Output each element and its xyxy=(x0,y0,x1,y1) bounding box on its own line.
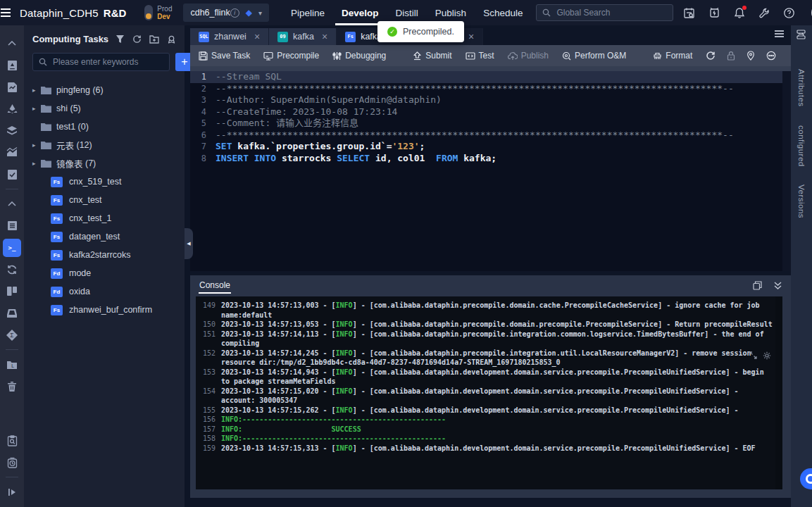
task-file-row[interactable]: Fd oxida xyxy=(32,282,176,301)
task-type-badge: Fs xyxy=(51,213,63,224)
locate-pin-icon[interactable] xyxy=(167,35,176,44)
env-toggle[interactable]: Prod Dev xyxy=(144,5,172,20)
precompile-label: Precompile xyxy=(277,51,319,61)
task-file-row[interactable]: Fs cnx_test_1 xyxy=(32,209,176,227)
global-search[interactable] xyxy=(536,4,673,21)
task-file-row[interactable]: Fs kafka2starrcoks xyxy=(32,246,176,264)
log-line-number: 153 xyxy=(203,368,221,387)
app-title: Dataphin_CDH5 xyxy=(20,7,99,19)
more-options-icon[interactable] xyxy=(766,51,776,61)
right-panel-tab[interactable]: Versions xyxy=(797,184,806,218)
rail-collapse-up2-icon[interactable] xyxy=(0,193,24,215)
location-pin-icon[interactable] xyxy=(747,51,755,61)
task-gear-icon[interactable] xyxy=(708,7,720,19)
precompile-button[interactable]: Precompile xyxy=(263,51,319,61)
console-scrollbar[interactable] xyxy=(775,296,782,489)
right-panel-tab[interactable]: Attributes xyxy=(797,69,806,107)
hamburger-menu-icon[interactable] xyxy=(0,8,11,18)
rail-doc-list-icon[interactable] xyxy=(0,215,24,237)
folder-count: (7) xyxy=(85,158,96,168)
info-icon[interactable]: i xyxy=(230,8,239,18)
new-folder-icon[interactable] xyxy=(149,35,159,44)
test-button[interactable]: Test xyxy=(466,51,494,61)
rail-sigma-icon[interactable]: Σ xyxy=(0,324,24,346)
filter-icon[interactable] xyxy=(115,35,125,44)
line-number: 1 xyxy=(190,71,216,83)
rail-doc-person-icon[interactable] xyxy=(0,54,24,76)
rail-doc-chart-icon[interactable] xyxy=(0,76,24,98)
rail-expand-panel-icon[interactable] xyxy=(0,481,24,503)
close-icon[interactable]: × xyxy=(254,31,260,42)
rail-basket-icon[interactable] xyxy=(0,302,24,324)
notifications-bell-icon[interactable] xyxy=(734,7,745,19)
tools-wrench-icon[interactable] xyxy=(758,7,770,18)
expand-arrow-icon[interactable]: ▸ xyxy=(32,87,41,94)
schedule-list-icon[interactable] xyxy=(683,7,695,19)
nav-item[interactable]: Pipeline xyxy=(289,0,327,25)
tree-folder-row[interactable]: ▸ test1 (0) xyxy=(32,118,176,136)
collapse-console-icon[interactable] xyxy=(773,281,782,290)
tree-folder-row[interactable]: ▸ shi (5) xyxy=(32,99,176,118)
chevron-down-icon[interactable]: ▾ xyxy=(258,9,262,17)
task-file-row[interactable]: Fd mode xyxy=(32,264,176,282)
task-file-row[interactable]: Fs cnx_519_test xyxy=(32,173,176,191)
task-file-row[interactable]: Fs cnx_test xyxy=(32,191,176,209)
rail-pyramid-icon[interactable] xyxy=(0,98,24,120)
perform-om-button[interactable]: Perform O&M xyxy=(562,51,626,61)
format-button[interactable]: Format xyxy=(653,51,692,61)
rail-doc-check-icon[interactable] xyxy=(0,163,24,185)
tree-folder-row[interactable]: ▸ 镜像表 (7) xyxy=(32,154,176,173)
rail-kanban-icon[interactable] xyxy=(0,280,24,302)
sql-code-editor[interactable]: 1 --Stream SQL 2 --*********************… xyxy=(190,66,791,271)
lock-icon[interactable] xyxy=(727,51,735,61)
tab-zhanwei[interactable]: SQL zhanwei × xyxy=(190,28,269,45)
keyword-search-box[interactable] xyxy=(32,53,170,71)
sidebar-collapse-handle[interactable]: ◀ xyxy=(185,228,193,259)
console-log-line: 150 2023-10-13 14:57:13,053 - [INFO] - [… xyxy=(203,320,775,330)
expand-arrow-icon[interactable]: ▸ xyxy=(32,142,41,149)
publish-button[interactable]: Publish xyxy=(508,51,549,61)
tab-list-menu-icon[interactable] xyxy=(774,30,785,39)
rail-area-chart-icon[interactable] xyxy=(0,142,24,163)
help-question-icon[interactable] xyxy=(783,7,795,19)
save-task-button[interactable]: Save Task xyxy=(199,51,250,61)
log-line-number: 154 xyxy=(203,387,221,406)
right-panel-tab[interactable]: configured xyxy=(797,125,806,167)
close-icon[interactable]: × xyxy=(322,31,327,42)
nav-item[interactable]: Develop xyxy=(339,0,381,25)
rail-trash-icon[interactable] xyxy=(0,375,24,397)
editor-vertical-scrollbar[interactable] xyxy=(782,71,791,271)
text-segment: INFO:-----------------------------------… xyxy=(221,434,446,442)
expand-log-icon[interactable] xyxy=(749,351,757,360)
rail-collapse-up-icon[interactable] xyxy=(0,32,24,54)
task-file-row[interactable]: Fs datagen_test xyxy=(32,227,176,246)
rail-sync-icon[interactable] xyxy=(0,258,24,280)
tree-folder-row[interactable]: ▸ pingfeng (6) xyxy=(32,81,176,99)
keyword-search-input[interactable] xyxy=(51,56,163,68)
debugging-button[interactable]: Debugging xyxy=(332,51,386,61)
refresh-icon[interactable] xyxy=(132,35,142,44)
task-file-row[interactable]: Fs zhanwei_buf_confirm xyxy=(32,301,176,319)
project-selector[interactable]: cdh6_flink i ◆ ▾ xyxy=(183,4,269,22)
rail-terminal-icon-active[interactable]: >_ xyxy=(0,237,24,258)
copy-log-icon[interactable] xyxy=(753,281,762,290)
env-switch[interactable] xyxy=(144,5,153,20)
rail-folder-l-icon[interactable]: L xyxy=(0,353,24,375)
expand-arrow-icon[interactable]: ▸ xyxy=(32,160,41,167)
rail-layers-icon[interactable] xyxy=(0,120,24,142)
nav-item[interactable]: Schedule xyxy=(481,0,525,25)
refresh-icon[interactable] xyxy=(706,51,716,61)
close-icon[interactable]: × xyxy=(468,31,474,42)
rail-clipboard-search-icon[interactable] xyxy=(0,430,24,451)
submit-button[interactable]: Submit xyxy=(413,51,451,61)
folder-count: (12) xyxy=(77,140,92,150)
dag-view-icon[interactable] xyxy=(796,30,806,39)
console-tab[interactable]: Console xyxy=(199,277,231,294)
expand-arrow-icon[interactable]: ▸ xyxy=(32,105,41,112)
rail-timer-icon[interactable] xyxy=(0,451,24,473)
tab-kafka[interactable]: 09 kafka × xyxy=(269,28,337,45)
global-search-input[interactable] xyxy=(555,7,667,18)
app-edition-badge: R&D xyxy=(104,7,127,19)
tree-folder-row[interactable]: ▸ 元表 (12) xyxy=(32,136,176,154)
log-settings-gear-icon[interactable] xyxy=(763,351,771,360)
